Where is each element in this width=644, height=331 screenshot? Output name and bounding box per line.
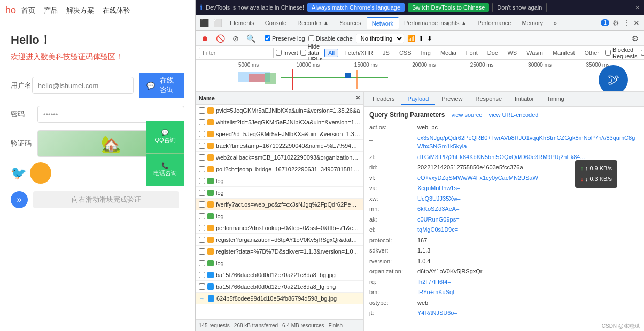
nav-home[interactable]: 首页: [21, 6, 35, 15]
filter-ws[interactable]: WS: [503, 49, 521, 57]
tab-console[interactable]: Console: [260, 18, 292, 28]
nav-products[interactable]: 产品: [44, 6, 58, 15]
row-checkbox[interactable]: [199, 119, 205, 125]
slider-track[interactable]: 向右滑动滑块完成验证: [33, 191, 179, 208]
filter-img[interactable]: Img: [417, 49, 434, 57]
stop-button[interactable]: 🚫: [214, 33, 227, 44]
row-checkbox[interactable]: [199, 143, 205, 149]
tab-performance-insights[interactable]: Performance insights ▲: [399, 18, 472, 28]
table-row[interactable]: ba15f766daecbf0d0d12c70a221c8da8_bg.jpg: [196, 269, 363, 281]
always-match-btn[interactable]: Always match Chrome's language: [307, 3, 405, 12]
nav-solutions[interactable]: 解决方案: [66, 6, 94, 15]
disable-cache-label[interactable]: Disable cache: [308, 35, 353, 42]
network-settings-icon[interactable]: ⚙: [630, 33, 641, 44]
tab-sources[interactable]: Sources: [334, 18, 366, 28]
tab-network[interactable]: Network: [367, 17, 399, 29]
tab-preview[interactable]: Preview: [435, 93, 469, 105]
blocked-requests-label[interactable]: Blocked Requests: [605, 46, 637, 59]
tab-initiator[interactable]: Initiator: [508, 93, 540, 105]
hide-data-urls-checkbox[interactable]: [300, 50, 306, 56]
row-checkbox[interactable]: [199, 154, 205, 161]
close-icon[interactable]: ✕: [633, 19, 640, 27]
devtools-inspect[interactable]: ⬜: [211, 19, 224, 27]
request-items[interactable]: pvid=5JeqGKMr5aEJNlbKXa&uin=&version=1.3…: [196, 105, 363, 319]
third-party-checkbox[interactable]: [641, 50, 645, 56]
table-row[interactable]: log: [196, 175, 363, 187]
notification-close[interactable]: ✕: [635, 4, 640, 11]
table-row[interactable]: speed?id=5JeqGKMr5aEJNlbKXa&uin=&version…: [196, 128, 363, 140]
tab-performance[interactable]: Performance: [472, 18, 516, 28]
filter-input[interactable]: [199, 48, 274, 58]
table-row[interactable]: track?timestamp=1671022290040&name=%E7%9…: [196, 140, 363, 152]
table-row[interactable]: register?organization=d6tpAY1oV0Kv5jRSgx…: [196, 234, 363, 246]
filter-button[interactable]: ⊘: [230, 33, 241, 44]
table-row[interactable]: web2callback=smCB_1671022290093&organiza…: [196, 152, 363, 163]
view-source-link[interactable]: view source: [451, 112, 482, 118]
table-row[interactable]: whitelist?id=5JeqGKMr5aEJNlbKXa&uin=&ver…: [196, 116, 363, 128]
invert-label[interactable]: Invert: [276, 50, 298, 56]
throttle-select[interactable]: No throttling: [356, 34, 404, 43]
disable-cache-checkbox[interactable]: [308, 35, 314, 41]
blocked-requests-checkbox[interactable]: [605, 50, 611, 56]
switch-chinese-btn[interactable]: Switch DevTools to Chinese: [408, 3, 489, 12]
preserve-log-label[interactable]: Preserve log: [265, 35, 305, 42]
search-button[interactable]: 🔍: [244, 33, 258, 44]
row-checkbox[interactable]: [199, 272, 205, 278]
request-list-close[interactable]: ✕: [355, 94, 360, 101]
filter-manifest[interactable]: Manifest: [549, 49, 579, 57]
row-checkbox[interactable]: [199, 260, 205, 266]
tab-payload[interactable]: Payload: [401, 93, 436, 105]
filter-css[interactable]: CSS: [395, 49, 415, 57]
filter-js[interactable]: JS: [379, 49, 393, 57]
table-row[interactable]: log: [196, 210, 363, 222]
filter-other[interactable]: Other: [581, 49, 603, 57]
filter-all[interactable]: All: [324, 49, 338, 57]
table-row[interactable]: pvid=5JeqGKMr5aEJNlbKXa&uin=&version=1.3…: [196, 105, 363, 116]
row-checkbox[interactable]: [199, 131, 205, 137]
row-checkbox[interactable]: [199, 213, 205, 219]
table-row[interactable]: poll?cb=jsonp_bridge_1671022290631_34907…: [196, 163, 363, 175]
phone-consult-button[interactable]: 📞 电话咨询: [146, 154, 184, 186]
row-checkbox[interactable]: [199, 166, 205, 172]
table-row[interactable]: ba15f766daecbf0d0d12c70a221c8da8_fg.png: [196, 281, 363, 293]
row-checkbox[interactable]: [199, 190, 205, 196]
tab-headers[interactable]: Headers: [366, 93, 401, 105]
tab-response[interactable]: Response: [469, 93, 508, 105]
filter-fetch-xhr[interactable]: Fetch/XHR: [340, 49, 377, 57]
username-input[interactable]: [32, 77, 134, 94]
filter-wasm[interactable]: Wasm: [523, 49, 547, 57]
filter-doc[interactable]: Doc: [484, 49, 502, 57]
tab-elements[interactable]: Elements: [224, 18, 260, 28]
row-checkbox[interactable]: [199, 248, 205, 255]
view-url-encoded-link[interactable]: view URL-encoded: [488, 112, 538, 118]
tab-timing[interactable]: Timing: [540, 93, 571, 105]
row-checkbox[interactable]: [199, 283, 205, 290]
filter-font[interactable]: Font: [462, 49, 482, 57]
tab-recorder[interactable]: Recorder ▲: [292, 18, 334, 28]
table-row[interactable]: fverify?act.os=web_pc&zf=cx3sNJgq%2FpQdr…: [196, 199, 363, 210]
dont-show-btn[interactable]: Don't show again: [492, 3, 547, 12]
table-row[interactable]: log: [196, 187, 363, 199]
preserve-log-checkbox[interactable]: [265, 35, 270, 41]
table-row[interactable]: → 624b5f8cdee99d1d10e54fb86794d598_bg.jp…: [196, 293, 363, 304]
row-checkbox[interactable]: [199, 201, 205, 208]
settings-icon[interactable]: ⚙: [612, 19, 619, 27]
consult-button[interactable]: 💬 在线咨询: [139, 73, 184, 98]
table-row[interactable]: performance?dnsLookup=0&tcp=0&ssl=0&ttfb…: [196, 222, 363, 234]
slider-btn[interactable]: »: [11, 191, 28, 208]
table-row[interactable]: log: [196, 257, 363, 269]
tab-memory[interactable]: Memory: [516, 18, 548, 28]
row-checkbox[interactable]: [199, 107, 205, 114]
record-button[interactable]: ⏺: [199, 33, 211, 44]
table-row[interactable]: register?data=%7B%7D&sdkver=1.1.3&rversi…: [196, 246, 363, 257]
tab-more[interactable]: »: [548, 18, 562, 28]
invert-checkbox[interactable]: [276, 50, 282, 56]
nav-demo[interactable]: 在线体验: [103, 6, 130, 15]
more-icon[interactable]: ⋮: [623, 19, 630, 27]
devtools-back[interactable]: ⬛: [198, 19, 211, 27]
qq-consult-button[interactable]: 💬 QQ咨询: [146, 121, 184, 153]
row-checkbox[interactable]: [199, 178, 205, 184]
row-checkbox[interactable]: [199, 237, 205, 243]
filter-media[interactable]: Media: [437, 49, 460, 57]
row-checkbox[interactable]: [199, 225, 205, 231]
